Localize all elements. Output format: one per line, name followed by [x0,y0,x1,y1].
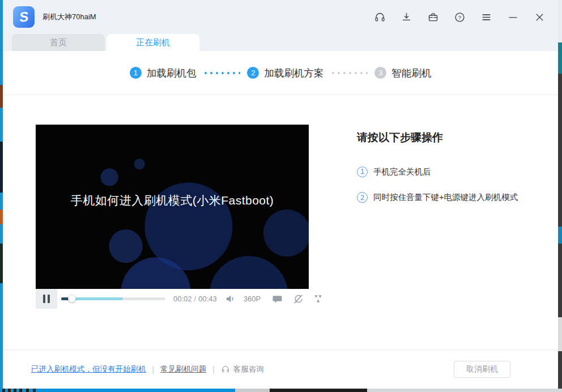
step-smart-flash: 3 智能刷机 [374,66,431,80]
minimize-icon[interactable] [506,11,519,23]
video-player: 手机如何进入刷机模式(小米Fastboot) 00:02/00:43 [36,125,309,350]
faq-link[interactable]: 常见刷机问题 [160,364,206,374]
toolbox-icon[interactable] [427,11,439,23]
instruction-2-number: 2 [357,192,368,203]
headset-icon[interactable] [373,11,386,23]
footer-separator-2: | [212,365,215,374]
customer-support-link[interactable]: 客服咨询 [221,364,264,374]
download-icon[interactable] [400,11,412,23]
step-indicator: 1 加载刷机包 2 加载刷机方案 3 智能刷机 [3,51,558,95]
volume-icon[interactable] [225,293,236,305]
main-content: 手机如何进入刷机模式(小米Fastboot) 00:02/00:43 [3,95,558,350]
instruction-1-text: 手机完全关机后 [373,165,431,178]
video-controls: 00:02/00:43 360P [36,289,309,309]
time-display: 00:02/00:43 [173,295,217,303]
duration: 00:43 [198,295,217,303]
instruction-1-number: 1 [357,167,368,177]
footer: 已进入刷机模式，但没有开始刷机 | 常见刷机问题 | 客服咨询 取消刷机 [3,350,558,389]
seek-handle[interactable] [68,295,76,302]
video-screen[interactable]: 手机如何进入刷机模式(小米Fastboot) [36,125,309,289]
support-headset-icon [221,365,230,374]
step-1-circle: 1 [130,67,142,79]
help-icon[interactable]: ? [453,11,466,23]
close-icon[interactable] [533,11,546,23]
cancel-flash-button[interactable]: 取消刷机 [454,361,510,378]
taskbar-gray-segment [235,389,270,392]
instructions-heading: 请按以下步骤操作 [357,130,527,145]
step-load-package: 1 加载刷机包 [130,66,197,80]
tabbar: 首页 正在刷机 [3,34,558,51]
taskbar-dark-segment [270,389,367,392]
quality-selector[interactable]: 360P [244,295,261,303]
step-3-circle: 3 [374,67,386,79]
tab-flashing[interactable]: 正在刷机 [107,34,199,51]
desktop-background: S 刷机大神70haiM [0,0,562,392]
svg-text:?: ? [458,14,461,20]
footer-separator-1: | [152,365,155,374]
app-window: S 刷机大神70haiM [3,0,558,389]
video-caption: 手机如何进入刷机模式(小米Fastboot) [36,193,309,208]
seek-slider[interactable] [61,297,165,300]
entered-flash-mode-link[interactable]: 已进入刷机模式，但没有开始刷机 [31,364,146,374]
support-label: 客服咨询 [233,364,264,374]
instructions-panel: 请按以下步骤操作 1 手机完全关机后 2 同时按住音量下键+电源键进入刷机模式 [357,125,527,350]
related-icon[interactable] [312,293,323,305]
instruction-2-text: 同时按住音量下键+电源键进入刷机模式 [373,191,518,203]
step-connector-2 [330,72,368,74]
app-logo: S [13,6,35,28]
step-3-label: 智能刷机 [391,66,431,80]
step-2-circle: 2 [247,67,259,79]
app-logo-letter: S [19,8,29,25]
desktop-edge-right [558,0,562,389]
tab-home[interactable]: 首页 [12,34,105,51]
taskbar-strip [0,389,562,392]
step-load-plan: 2 加载刷机方案 [247,66,323,80]
pause-button[interactable] [36,289,57,309]
instruction-step-2: 2 同时按住音量下键+电源键进入刷机模式 [357,191,527,203]
instruction-step-1: 1 手机完全关机后 [357,165,527,178]
step-2-label: 加载刷机方案 [264,66,323,80]
current-time: 00:02 [173,295,192,303]
comment-icon[interactable] [271,293,283,305]
danmaku-off-icon[interactable] [292,293,304,305]
time-separator: / [194,295,197,303]
step-1-label: 加载刷机包 [147,66,197,80]
footer-links: 已进入刷机模式，但没有开始刷机 | 常见刷机问题 | 客服咨询 [31,364,264,374]
app-title: 刷机大神70haiM [42,12,96,22]
step-connector-1 [203,72,240,74]
menu-icon[interactable] [480,11,492,23]
titlebar: S 刷机大神70haiM [3,0,558,34]
